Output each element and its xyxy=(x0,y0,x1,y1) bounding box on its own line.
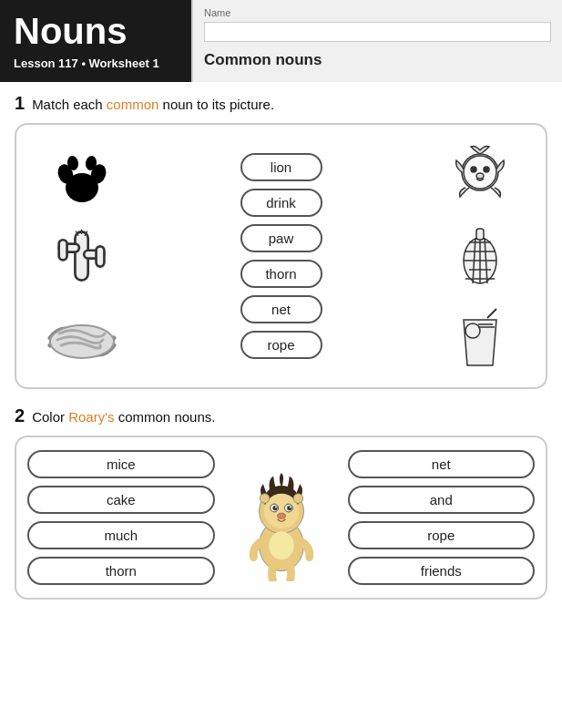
word-rope2[interactable]: rope xyxy=(348,521,536,549)
section2-highlight: Roary's xyxy=(68,409,114,425)
word-drink[interactable]: drink xyxy=(240,189,322,217)
word-and[interactable]: and xyxy=(348,486,536,514)
svg-point-43 xyxy=(277,513,285,518)
section1-highlight: common xyxy=(107,97,159,112)
header: Nouns Lesson 117 • Worksheet 1 Name Comm… xyxy=(0,0,562,82)
paw-image xyxy=(41,138,123,210)
word-lion[interactable]: lion xyxy=(240,153,322,181)
word-friends[interactable]: friends xyxy=(348,557,536,585)
svg-point-46 xyxy=(269,531,294,560)
color-left-words: mice cake much thorn xyxy=(27,450,215,585)
svg-rect-7 xyxy=(59,240,67,260)
svg-rect-28 xyxy=(476,229,484,240)
svg-point-15 xyxy=(464,156,496,189)
svg-point-41 xyxy=(275,507,277,508)
header-left-panel: Nouns Lesson 117 • Worksheet 1 xyxy=(0,0,191,82)
common-nouns-heading: Common nouns xyxy=(204,51,551,69)
section1-header: 1 Match each common noun to its picture. xyxy=(15,93,547,114)
word-net[interactable]: net xyxy=(240,295,322,323)
svg-point-16 xyxy=(471,167,476,172)
svg-point-18 xyxy=(476,173,484,179)
section1-number: 1 xyxy=(15,93,25,114)
cactus-image xyxy=(41,220,123,292)
svg-line-29 xyxy=(487,309,496,318)
section2: 2 Color Roary's common nouns. mice cake … xyxy=(15,405,547,600)
svg-point-44 xyxy=(260,494,270,504)
word-net2[interactable]: net xyxy=(348,450,536,478)
word-thorn2[interactable]: thorn xyxy=(27,557,215,585)
lion-image xyxy=(439,138,521,210)
name-label: Name xyxy=(204,7,551,18)
lesson-label: Lesson 117 • Worksheet 1 xyxy=(14,56,178,70)
svg-point-13 xyxy=(50,325,114,358)
color-grid: mice cake much thorn xyxy=(27,450,535,585)
lion-cartoon-container xyxy=(222,450,341,585)
drink-image xyxy=(439,302,521,374)
page-title: Nouns xyxy=(14,13,178,49)
header-right-panel: Name Common nouns xyxy=(191,0,562,82)
section1-text: Match each common noun to its picture. xyxy=(32,97,274,112)
svg-point-39 xyxy=(272,506,277,510)
section2-text: Color Roary's common nouns. xyxy=(32,409,215,425)
word-rope[interactable]: rope xyxy=(240,331,322,359)
svg-rect-9 xyxy=(97,246,105,266)
activity2-box: mice cake much thorn xyxy=(15,436,547,600)
right-images xyxy=(425,138,535,374)
word-mice[interactable]: mice xyxy=(27,450,215,478)
center-words: lion drink paw thorn net rope xyxy=(146,153,416,359)
word-cake[interactable]: cake xyxy=(27,486,215,514)
svg-point-42 xyxy=(289,507,291,508)
section2-number: 2 xyxy=(15,405,25,426)
main-content: 1 Match each common noun to its picture. xyxy=(0,82,562,610)
rope-image xyxy=(41,302,123,374)
net-image xyxy=(439,220,521,292)
svg-point-17 xyxy=(484,167,489,172)
left-images xyxy=(27,138,137,374)
word-thorn[interactable]: thorn xyxy=(240,260,322,288)
svg-point-45 xyxy=(293,494,303,504)
color-right-words: net and rope friends xyxy=(348,450,536,585)
name-input[interactable] xyxy=(204,22,551,42)
svg-point-40 xyxy=(287,506,291,510)
section2-header: 2 Color Roary's common nouns. xyxy=(15,405,547,426)
word-much[interactable]: much xyxy=(27,521,215,549)
word-paw[interactable]: paw xyxy=(240,224,322,252)
match-container: lion drink paw thorn net rope xyxy=(27,138,535,374)
roary-cartoon xyxy=(231,454,332,581)
activity1-box: lion drink paw thorn net rope xyxy=(15,123,547,389)
